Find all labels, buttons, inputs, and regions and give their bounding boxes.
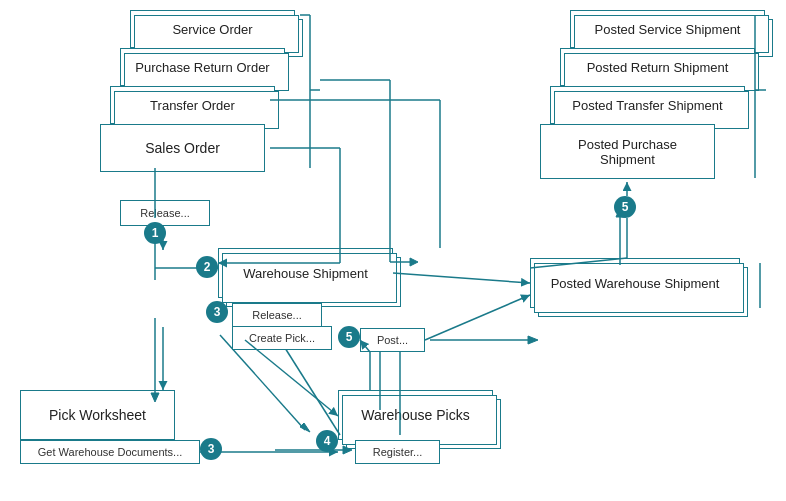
step-5-circle-a: 5	[338, 326, 360, 348]
post-btn-label: Post...	[377, 334, 408, 346]
step-4-circle: 4	[316, 430, 338, 452]
posted-return-label: Posted Return Shipment	[587, 60, 729, 75]
posted-transfer-label: Posted Transfer Shipment	[572, 98, 722, 113]
pick-worksheet-label: Pick Worksheet	[49, 407, 146, 423]
transfer-order-box: Transfer Order	[110, 86, 275, 124]
warehouse-picks-label: Warehouse Picks	[361, 407, 469, 423]
step-3-circle-a: 3	[206, 301, 228, 323]
register-btn-label: Register...	[373, 446, 423, 458]
warehouse-shipment-label: Warehouse Shipment	[243, 266, 368, 281]
post-button[interactable]: Post...	[360, 328, 425, 352]
posted-transfer-shipment-box: Posted Transfer Shipment	[550, 86, 745, 124]
pick-worksheet-box: Pick Worksheet	[20, 390, 175, 440]
warehouse-shipment-box: Warehouse Shipment	[218, 248, 393, 298]
posted-warehouse-shipment-box: Posted Warehouse Shipment	[530, 258, 740, 308]
get-warehouse-docs-label: Get Warehouse Documents...	[38, 446, 183, 458]
sales-order-box: Sales Order	[100, 124, 265, 172]
svg-line-31	[245, 340, 338, 416]
transfer-order-label: Transfer Order	[150, 98, 235, 113]
posted-warehouse-label: Posted Warehouse Shipment	[551, 276, 720, 291]
svg-line-35	[425, 295, 530, 340]
posted-return-shipment-box: Posted Return Shipment	[560, 48, 755, 86]
release-btn-label: Release...	[140, 207, 190, 219]
svg-line-21	[280, 340, 340, 435]
release-btn-2-label: Release...	[252, 309, 302, 321]
purchase-return-order-box: Purchase Return Order	[120, 48, 285, 86]
warehouse-picks-box: Warehouse Picks	[338, 390, 493, 440]
svg-line-29	[393, 273, 530, 283]
get-warehouse-docs-button[interactable]: Get Warehouse Documents...	[20, 440, 200, 464]
posted-service-shipment-box: Posted Service Shipment	[570, 10, 765, 48]
create-pick-label: Create Pick...	[249, 332, 315, 344]
release-button-1[interactable]: Release...	[120, 200, 210, 226]
sales-order-label: Sales Order	[145, 140, 220, 156]
svg-marker-4	[410, 258, 418, 266]
diagram: Service Order Purchase Return Order Tran…	[0, 0, 786, 501]
step-5-circle-b: 5	[614, 196, 636, 218]
posted-purchase-shipment-box: Posted Purchase Shipment	[540, 124, 715, 179]
posted-service-label: Posted Service Shipment	[595, 22, 741, 37]
purchase-return-label: Purchase Return Order	[135, 60, 269, 75]
step-1-circle: 1	[144, 222, 166, 244]
svg-marker-11	[300, 423, 310, 432]
release-button-2[interactable]: Release...	[232, 303, 322, 327]
service-order-box: Service Order	[130, 10, 295, 48]
service-order-label: Service Order	[172, 22, 252, 37]
step-3-circle-b: 3	[200, 438, 222, 460]
step-2-circle: 2	[196, 256, 218, 278]
posted-purchase-label: Posted Purchase Shipment	[578, 137, 677, 167]
svg-marker-16	[528, 336, 538, 344]
register-button[interactable]: Register...	[355, 440, 440, 464]
create-pick-button[interactable]: Create Pick...	[232, 326, 332, 350]
